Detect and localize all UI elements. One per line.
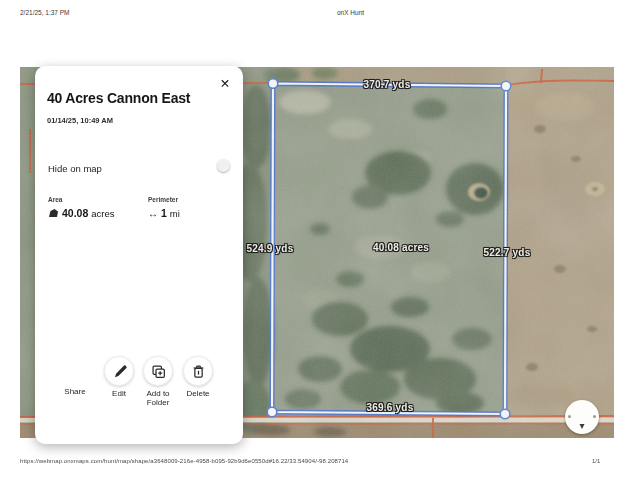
add-to-folder-button[interactable]: Add to Folder	[136, 356, 180, 407]
compass-widget[interactable]: ▾	[565, 400, 599, 434]
measurement-right-label: 522.7 yds	[484, 247, 531, 258]
shape-actions: Share Edit Add to Folder	[35, 356, 243, 410]
share-button[interactable]: Share	[53, 356, 97, 396]
delete-button[interactable]: Delete	[176, 356, 220, 398]
close-button[interactable]: ✕	[217, 76, 233, 92]
measurement-top-label: 370.7 yds	[364, 79, 411, 90]
add-to-folder-label: Add to Folder	[136, 389, 180, 407]
print-datetime: 2/21/25, 1:37 PM	[20, 9, 70, 16]
print-url: https://webmap.onxmaps.com/hunt/map/shap…	[20, 458, 348, 464]
add-to-folder-icon	[151, 364, 166, 379]
print-app-title: onX Hunt	[337, 9, 364, 16]
page-indicator: 1/1	[592, 458, 600, 464]
chevron-down-icon: ▾	[565, 421, 599, 431]
hide-on-map-label: Hide on map	[48, 163, 102, 174]
print-page: 2/21/25, 1:37 PM onX Hunt	[0, 0, 621, 480]
hide-on-map-row: Hide on map	[48, 158, 230, 174]
compass-dot-left	[568, 415, 571, 418]
pencil-icon	[112, 364, 127, 379]
shape-details-card: ✕ 40 Acres Cannon East 01/14/25, 10:49 A…	[35, 66, 243, 444]
edit-button[interactable]: Edit	[97, 356, 141, 398]
shape-title: 40 Acres Cannon East	[47, 90, 190, 106]
shape-timestamp: 01/14/25, 10:49 AM	[47, 116, 113, 125]
compass-dot-right	[593, 415, 596, 418]
perimeter-value: 1	[161, 207, 167, 219]
edit-label: Edit	[97, 389, 141, 398]
hide-on-map-toggle[interactable]	[217, 159, 230, 172]
measurement-area-label: 40.08 acres	[373, 242, 429, 253]
delete-label: Delete	[176, 389, 220, 398]
measurement-left-label: 524.9 yds	[247, 243, 294, 254]
trash-icon	[191, 364, 206, 379]
area-icon	[48, 208, 59, 218]
perimeter-arrows-icon: ↔	[148, 208, 158, 219]
area-unit: acres	[91, 208, 114, 219]
share-icon	[61, 356, 89, 384]
area-value: 40.08	[62, 207, 88, 219]
measurement-bottom-label: 369.6 yds	[367, 402, 414, 413]
perimeter-label: Perimeter	[148, 196, 180, 203]
share-label: Share	[53, 387, 97, 396]
perimeter-unit: mi	[170, 208, 180, 219]
area-stat: Area 40.08 acres	[48, 196, 115, 219]
perimeter-stat: Perimeter ↔ 1 mi	[148, 196, 180, 219]
area-label: Area	[48, 196, 115, 203]
